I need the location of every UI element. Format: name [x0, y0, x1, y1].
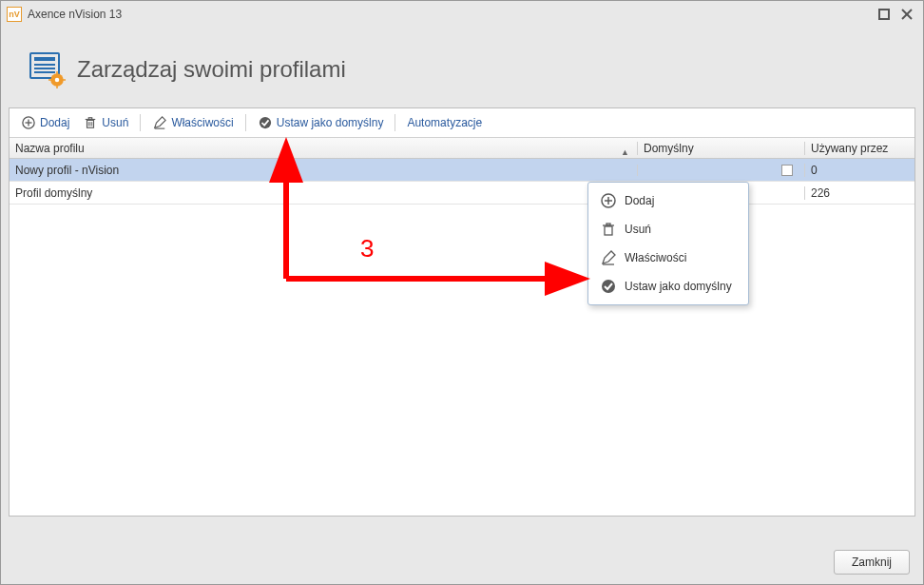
delete-button[interactable]: Usuń — [77, 112, 134, 133]
ctx-set-default-label: Ustaw jako domyślny — [625, 280, 732, 293]
svg-rect-0 — [879, 10, 889, 19]
toolbar: Dodaj Usuń Właściwości Ustaw jako domyśl… — [10, 108, 914, 138]
svg-rect-6 — [56, 86, 58, 88]
page-icon — [29, 52, 64, 87]
close-button[interactable]: Zamknij — [834, 550, 910, 575]
svg-point-19 — [260, 117, 271, 128]
automations-label: Automatyzacje — [407, 116, 482, 129]
svg-point-27 — [602, 280, 615, 293]
svg-rect-8 — [63, 79, 66, 81]
content-frame: Dodaj Usuń Właściwości Ustaw jako domyśl… — [9, 107, 915, 517]
app-icon: nV — [7, 7, 22, 22]
cell-name: Profil domyślny — [10, 186, 637, 200]
checkbox-icon[interactable] — [781, 165, 793, 176]
table-header: Nazwa profilu ▲ Domyślny Używany przez — [10, 138, 914, 159]
pencil-icon — [152, 115, 167, 130]
add-label: Dodaj — [40, 116, 69, 129]
plus-circle-icon — [600, 192, 617, 209]
trash-icon — [83, 115, 98, 130]
toolbar-separator — [245, 114, 246, 131]
trash-icon — [600, 221, 617, 238]
cell-name: Nowy profil - nVision — [10, 164, 637, 177]
set-default-label: Ustaw jako domyślny — [277, 116, 384, 129]
close-window-button[interactable] — [896, 4, 917, 25]
sort-asc-icon: ▲ — [621, 147, 629, 157]
table-row[interactable]: Profil domyślny 226 — [10, 182, 914, 205]
ctx-properties[interactable]: Właściwości — [590, 244, 746, 272]
svg-rect-25 — [606, 224, 610, 225]
svg-point-4 — [55, 78, 60, 83]
titlebar: nV Axence nVision 13 — [1, 1, 923, 28]
annotation-label: 3 — [360, 234, 374, 263]
page-title: Zarządzaj swoimi profilami — [77, 56, 346, 83]
properties-label: Właściwości — [171, 116, 233, 129]
window-title: Axence nVision 13 — [28, 8, 872, 21]
toolbar-separator — [395, 114, 395, 131]
automations-button[interactable]: Automatyzacje — [401, 113, 488, 132]
ctx-properties-label: Właściwości — [625, 251, 686, 264]
ctx-delete-label: Usuń — [625, 223, 651, 236]
svg-rect-5 — [56, 71, 58, 74]
column-header-name[interactable]: Nazwa profilu ▲ — [10, 142, 637, 155]
context-menu: Dodaj Usuń Właściwości Ustaw jako domyśl… — [587, 182, 749, 305]
column-header-default[interactable]: Domyślny — [637, 142, 804, 155]
plus-circle-icon — [21, 115, 36, 130]
cell-default — [637, 165, 804, 176]
cell-usedby: 226 — [804, 186, 914, 200]
check-circle-icon — [600, 278, 617, 295]
check-circle-icon — [258, 115, 273, 130]
cell-usedby: 0 — [804, 164, 914, 177]
ctx-add[interactable]: Dodaj — [590, 186, 746, 215]
delete-label: Usuń — [102, 116, 128, 129]
pencil-icon — [600, 249, 617, 266]
properties-button[interactable]: Właściwości — [146, 112, 239, 133]
table-row[interactable]: Nowy profil - nVision 0 — [10, 159, 914, 182]
ctx-set-default[interactable]: Ustaw jako domyślny — [590, 272, 746, 301]
svg-rect-7 — [48, 79, 51, 81]
svg-rect-23 — [605, 226, 612, 235]
maximize-button[interactable] — [874, 4, 895, 25]
set-default-button[interactable]: Ustaw jako domyślny — [252, 112, 390, 133]
footer: Zamknij — [834, 550, 910, 575]
page-header: Zarządzaj swoimi profilami — [1, 28, 923, 107]
toolbar-separator — [140, 114, 141, 131]
svg-rect-14 — [89, 118, 93, 120]
table-body: Nowy profil - nVision 0 Profil domyślny … — [10, 159, 914, 516]
column-header-usedby[interactable]: Używany przez — [804, 142, 914, 155]
ctx-add-label: Dodaj — [625, 194, 654, 207]
ctx-delete[interactable]: Usuń — [590, 215, 746, 244]
add-button[interactable]: Dodaj — [15, 112, 75, 133]
